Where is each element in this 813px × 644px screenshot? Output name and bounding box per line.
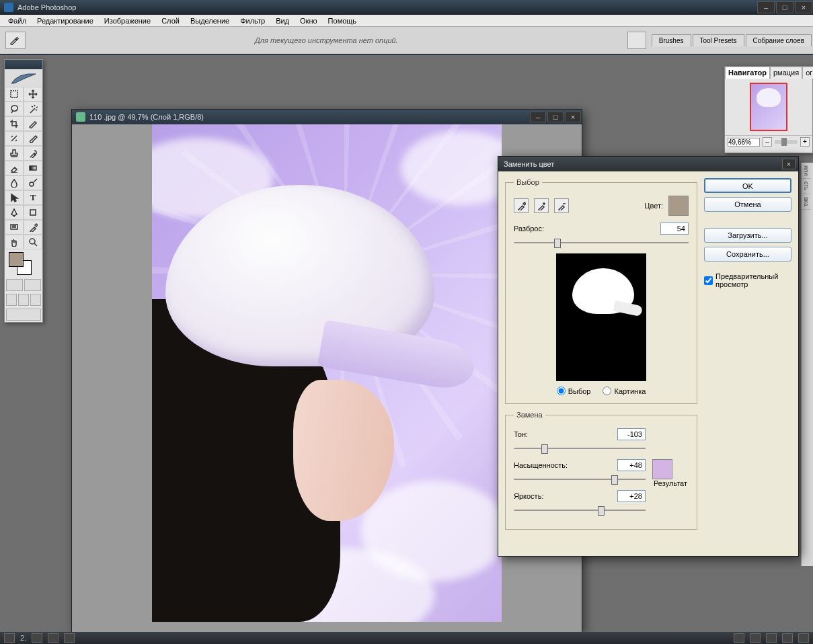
document-titlebar[interactable]: 110 .jpg @ 49,7% (Слой 1,RGB/8) – □ × bbox=[72, 110, 582, 124]
preview-checkbox[interactable]: Предварительный просмотр bbox=[704, 272, 791, 288]
saturation-slider[interactable] bbox=[514, 474, 646, 485]
menu-select[interactable]: Выделение bbox=[185, 15, 235, 26]
hue-label: Тон: bbox=[514, 430, 528, 438]
heal-tool[interactable] bbox=[5, 131, 24, 146]
fuzziness-slider[interactable] bbox=[514, 237, 689, 248]
eyedropper-button[interactable] bbox=[514, 198, 529, 213]
menu-layer[interactable]: Слой bbox=[156, 15, 185, 26]
move-tool[interactable] bbox=[24, 87, 42, 102]
zoom-in-button[interactable]: + bbox=[800, 137, 810, 147]
dialog-close-button[interactable]: × bbox=[782, 159, 796, 169]
stub-tab-2[interactable]: сть bbox=[802, 179, 811, 194]
toolbox-handle[interactable] bbox=[5, 60, 42, 69]
load-button[interactable]: Загрузить... bbox=[704, 228, 791, 243]
tool-preset-picker[interactable] bbox=[5, 32, 26, 49]
color-swatches[interactable] bbox=[5, 249, 42, 278]
ok-button[interactable]: OK bbox=[704, 178, 791, 193]
status-icon-r2[interactable] bbox=[750, 633, 761, 643]
zoom-out-button[interactable]: – bbox=[763, 137, 772, 147]
eyedropper-add-button[interactable] bbox=[534, 198, 549, 213]
palette-well-icon[interactable] bbox=[627, 32, 646, 49]
status-icon-r5[interactable] bbox=[798, 633, 809, 643]
window-close-button[interactable]: × bbox=[795, 1, 812, 13]
stub-tab-1[interactable]: или bbox=[802, 163, 811, 179]
status-icon-1[interactable] bbox=[32, 633, 42, 643]
stamp-tool[interactable] bbox=[5, 146, 24, 161]
eyedropper-tool[interactable] bbox=[24, 220, 42, 235]
well-tab-brushes[interactable]: Brushes bbox=[652, 34, 691, 46]
lasso-tool[interactable] bbox=[5, 102, 24, 116]
menu-help[interactable]: Помощь bbox=[323, 15, 362, 26]
status-icon-2[interactable] bbox=[48, 633, 59, 643]
radio-selection[interactable]: Выбор bbox=[557, 387, 591, 395]
histogram-tab[interactable]: огра bbox=[802, 67, 813, 79]
status-icon-r1[interactable] bbox=[734, 633, 744, 643]
jump-row bbox=[5, 307, 42, 322]
foreground-color-swatch[interactable] bbox=[9, 252, 24, 267]
crop-tool[interactable] bbox=[5, 116, 24, 131]
window-minimize-button[interactable]: – bbox=[757, 1, 775, 13]
path-select-tool[interactable] bbox=[5, 190, 24, 205]
marquee-tool[interactable] bbox=[5, 87, 24, 102]
menu-edit[interactable]: Редактирование bbox=[32, 15, 99, 26]
menu-file[interactable]: Файл bbox=[3, 15, 32, 26]
cancel-button[interactable]: Отмена bbox=[704, 197, 791, 212]
saturation-input[interactable] bbox=[617, 459, 646, 471]
toolbox-panel: T bbox=[4, 59, 43, 323]
hue-input[interactable] bbox=[617, 428, 646, 440]
save-button[interactable]: Сохранить... bbox=[704, 247, 791, 261]
status-icon-r3[interactable] bbox=[766, 633, 777, 643]
eyedropper-subtract-button[interactable] bbox=[554, 198, 569, 213]
replace-color-dialog: Заменить цвет × Выбор bbox=[498, 156, 799, 557]
stub-tab-3[interactable]: вка bbox=[802, 194, 811, 210]
brush-tool[interactable] bbox=[24, 131, 42, 146]
doc-maximize-button[interactable]: □ bbox=[547, 112, 564, 122]
menu-filter[interactable]: Фильтр bbox=[235, 15, 270, 26]
lightness-slider[interactable] bbox=[514, 505, 646, 516]
screen-standard-button[interactable] bbox=[6, 294, 17, 306]
zoom-tool[interactable] bbox=[24, 235, 42, 249]
hue-slider[interactable] bbox=[514, 443, 646, 454]
svg-rect-0 bbox=[11, 91, 17, 97]
navigator-zoom-slider[interactable] bbox=[775, 140, 798, 144]
menu-image[interactable]: Изображение bbox=[99, 15, 156, 26]
status-icon-r4[interactable] bbox=[782, 633, 793, 643]
navigator-zoom-field[interactable] bbox=[728, 138, 760, 147]
notes-tool[interactable] bbox=[5, 220, 24, 235]
lightness-input[interactable] bbox=[617, 490, 646, 502]
status-icon-3[interactable] bbox=[64, 633, 75, 643]
shape-tool[interactable] bbox=[24, 205, 42, 220]
well-tab-layercomps[interactable]: Собрание слоев bbox=[746, 34, 812, 46]
screen-fullmenu-button[interactable] bbox=[18, 294, 29, 306]
menu-window[interactable]: Окно bbox=[295, 15, 323, 26]
quickmask-mode-button[interactable] bbox=[24, 279, 41, 291]
jump-to-imageready-button[interactable] bbox=[6, 309, 41, 321]
navigator-thumbnail[interactable] bbox=[750, 83, 787, 131]
gradient-tool[interactable] bbox=[24, 161, 42, 175]
hand-tool[interactable] bbox=[5, 235, 24, 249]
radio-image[interactable]: Картинка bbox=[603, 387, 646, 395]
wand-tool[interactable] bbox=[24, 102, 42, 116]
fuzziness-input[interactable] bbox=[660, 223, 689, 235]
blur-tool[interactable] bbox=[5, 175, 24, 190]
menu-view[interactable]: Вид bbox=[270, 15, 295, 26]
eraser-tool[interactable] bbox=[5, 161, 24, 175]
well-tab-toolpresets[interactable]: Tool Presets bbox=[693, 34, 744, 46]
dodge-tool[interactable] bbox=[24, 175, 42, 190]
result-color-swatch[interactable] bbox=[652, 459, 672, 479]
slice-tool[interactable] bbox=[24, 116, 42, 131]
history-brush-tool[interactable] bbox=[24, 146, 42, 161]
screen-full-button[interactable] bbox=[30, 294, 41, 306]
doc-close-button[interactable]: × bbox=[565, 112, 581, 122]
standard-mode-button[interactable] bbox=[6, 279, 23, 291]
status-doc-icon[interactable] bbox=[4, 633, 15, 643]
navigator-tab[interactable]: Навигатор bbox=[725, 67, 770, 79]
selected-color-swatch[interactable] bbox=[668, 196, 689, 216]
doc-minimize-button[interactable]: – bbox=[530, 112, 546, 122]
type-tool[interactable]: T bbox=[24, 190, 42, 205]
selection-preview bbox=[556, 253, 646, 381]
dialog-titlebar[interactable]: Заменить цвет × bbox=[498, 157, 798, 171]
pen-tool[interactable] bbox=[5, 205, 24, 220]
window-maximize-button[interactable]: □ bbox=[776, 1, 793, 13]
info-tab[interactable]: рмация bbox=[770, 67, 802, 79]
